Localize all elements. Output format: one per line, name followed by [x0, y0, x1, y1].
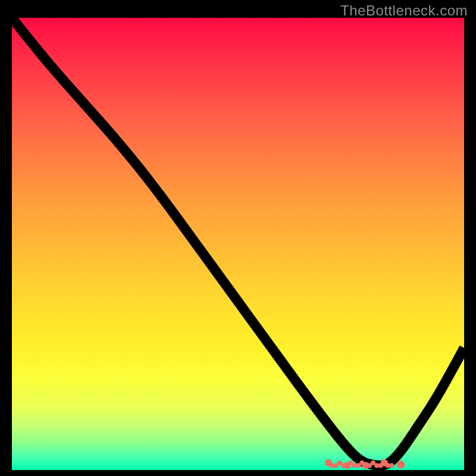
curve-path	[12, 18, 464, 465]
svg-point-17	[389, 463, 394, 468]
plot-area	[12, 18, 464, 470]
svg-point-18	[397, 461, 405, 469]
attribution-text: TheBottleneck.com	[340, 2, 468, 19]
chart-container: TheBottleneck.com	[0, 0, 476, 476]
bottleneck-curve	[12, 18, 464, 470]
